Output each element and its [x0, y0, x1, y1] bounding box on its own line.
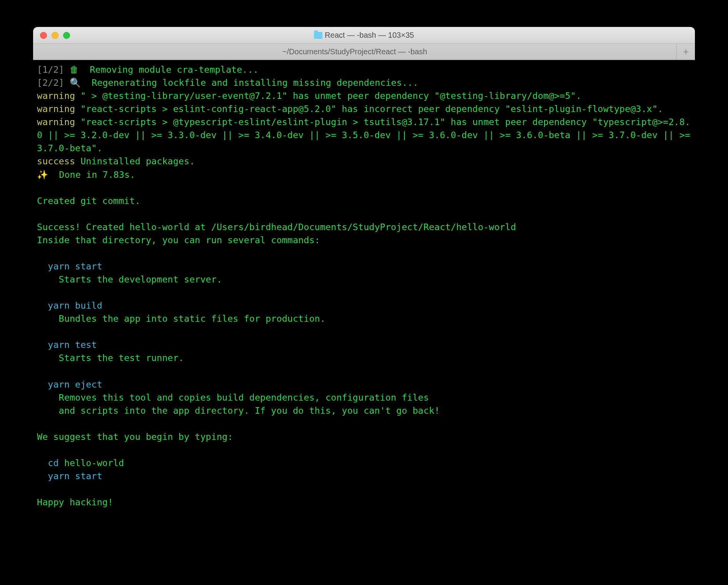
- cmd-yarn-test: yarn test: [48, 339, 97, 350]
- warning-1: " > @testing-library/user-event@7.2.1" h…: [75, 90, 581, 101]
- warning-label: warning: [37, 117, 75, 127]
- minimize-button[interactable]: [52, 32, 58, 39]
- warning-label: warning: [37, 90, 75, 101]
- start-cmd: yarn start: [48, 471, 102, 481]
- warning-label: warning: [37, 104, 75, 114]
- cmd-yarn-start: yarn start: [48, 261, 102, 272]
- step-2-text: Regenerating lockfile and installing mis…: [92, 77, 418, 88]
- window-title: React — -bash — 103×35: [33, 31, 695, 40]
- sparkles-icon: ✨: [37, 169, 48, 180]
- plus-icon: +: [683, 46, 689, 58]
- cmd-yarn-eject-desc-2: and scripts into the app directory. If y…: [59, 405, 440, 416]
- success-created-line: Success! Created hello-world at /Users/b…: [37, 222, 516, 232]
- warning-3: "react-scripts > @typescript-eslint/esli…: [37, 117, 695, 154]
- happy-hacking: Happy hacking!: [37, 497, 113, 508]
- tab-bar: ~/Documents/StudyProject/React — -bash +: [33, 44, 695, 60]
- cmd-yarn-start-desc: Starts the development server.: [59, 274, 222, 285]
- traffic-lights: [33, 32, 70, 39]
- tab-label: ~/Documents/StudyProject/React — -bash: [282, 47, 427, 56]
- step-1-text: Removing module cra-template...: [90, 64, 259, 75]
- maximize-button[interactable]: [63, 32, 70, 39]
- git-commit-line: Created git commit.: [37, 196, 140, 206]
- success-text: Uninstalled packages.: [75, 156, 195, 167]
- window-title-text: React — -bash — 103×35: [325, 31, 414, 40]
- terminal-window: React — -bash — 103×35 ~/Documents/Study…: [33, 27, 695, 553]
- cd-cmd: cd: [48, 458, 64, 468]
- step-2-label: [2/2]: [37, 77, 64, 88]
- step-1-label: [1/2]: [37, 64, 64, 75]
- close-button[interactable]: [40, 32, 47, 39]
- inside-dir-line: Inside that directory, you can run sever…: [37, 235, 320, 246]
- cd-arg: hello-world: [64, 458, 124, 468]
- success-label: success: [37, 156, 75, 167]
- cmd-yarn-build: yarn build: [48, 300, 102, 311]
- cmd-yarn-test-desc: Starts the test runner.: [59, 353, 184, 363]
- done-text: Done in 7.83s.: [48, 169, 135, 180]
- terminal-output[interactable]: [1/2] 🗑 Removing module cra-template... …: [33, 60, 695, 553]
- magnify-icon: 🔍: [70, 77, 81, 88]
- tab-active[interactable]: ~/Documents/StudyProject/React — -bash: [33, 44, 676, 60]
- cmd-yarn-eject-desc-1: Removes this tool and copies build depen…: [59, 392, 429, 403]
- folder-icon: [314, 32, 322, 39]
- cmd-yarn-eject: yarn eject: [48, 379, 102, 390]
- warning-2: "react-scripts > eslint-config-react-app…: [75, 104, 663, 114]
- suggest-line: We suggest that you begin by typing:: [37, 431, 233, 442]
- trash-icon: 🗑: [70, 64, 79, 75]
- cmd-yarn-build-desc: Bundles the app into static files for pr…: [59, 313, 326, 324]
- titlebar[interactable]: React — -bash — 103×35: [33, 27, 695, 44]
- new-tab-button[interactable]: +: [676, 44, 695, 60]
